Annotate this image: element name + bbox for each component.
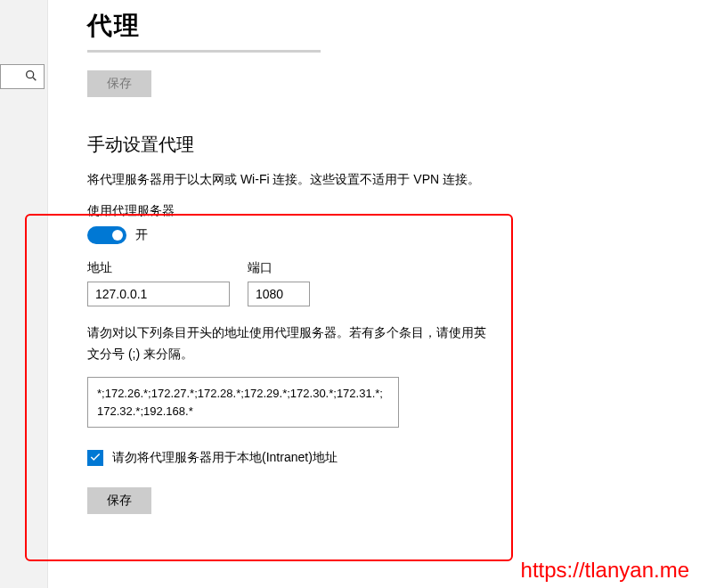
check-icon	[89, 451, 102, 466]
proxy-toggle[interactable]	[87, 226, 126, 244]
port-label: 端口	[248, 260, 310, 276]
bypass-help: 请勿对以下列条目开头的地址使用代理服务器。若有多个条目，请使用英文分号 (;) …	[87, 323, 488, 365]
save-button-top[interactable]: 保存	[87, 70, 151, 97]
local-bypass-checkbox[interactable]	[87, 450, 103, 466]
address-input[interactable]	[87, 282, 230, 306]
address-label: 地址	[87, 260, 230, 276]
toggle-state: 开	[135, 227, 148, 243]
use-proxy-label: 使用代理服务器	[87, 203, 707, 219]
local-bypass-label: 请勿将代理服务器用于本地(Intranet)地址	[112, 450, 338, 466]
search-box[interactable]	[0, 64, 45, 89]
main-content: 代理 保存 手动设置代理 将代理服务器用于以太网或 Wi-Fi 连接。这些设置不…	[87, 9, 707, 514]
page-title: 代理	[87, 9, 707, 43]
svg-line-1	[33, 78, 36, 80]
toggle-knob	[112, 230, 123, 241]
svg-point-0	[27, 70, 34, 78]
section-title: 手动设置代理	[87, 133, 707, 157]
watermark: https://tlanyan.me	[521, 558, 689, 583]
left-sidebar	[0, 0, 48, 588]
save-button-bottom[interactable]: 保存	[87, 487, 151, 514]
port-input[interactable]	[248, 282, 310, 306]
search-icon	[24, 69, 38, 86]
description-text: 将代理服务器用于以太网或 Wi-Fi 连接。这些设置不适用于 VPN 连接。	[87, 169, 488, 191]
divider	[87, 50, 321, 53]
bypass-textarea[interactable]	[87, 377, 399, 428]
